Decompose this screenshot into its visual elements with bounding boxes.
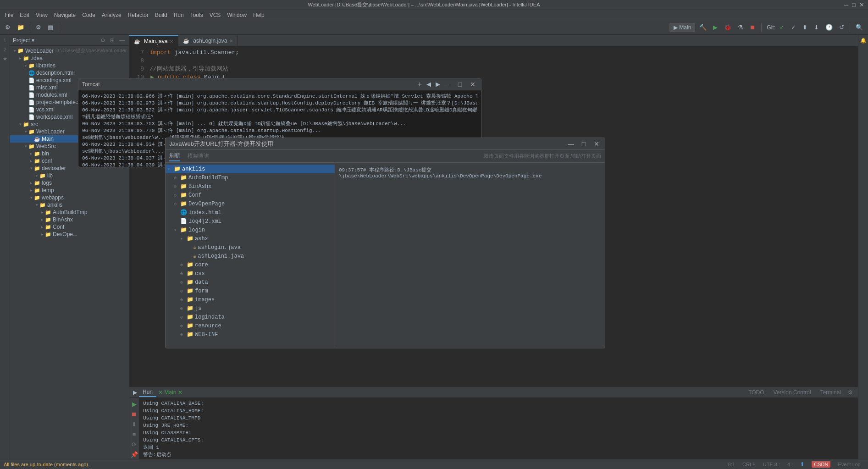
toolbar-coverage-button[interactable]: ⚗ — [735, 22, 746, 32]
window-controls[interactable]: ─ □ ✕ — [844, 1, 864, 8]
toolbar-settings-button[interactable]: ⚙ — [33, 22, 44, 32]
dialog-tab-refresh[interactable]: 刷新 — [169, 151, 180, 161]
toolbar-git-down[interactable]: ⬇ — [812, 22, 821, 32]
menu-view[interactable]: View — [33, 11, 50, 19]
dialog-restore-button[interactable]: □ — [579, 139, 588, 149]
dialog-tree-autobuildtmp[interactable]: ⊕ 📁 AutoBuildTmp — [166, 173, 335, 182]
dialog-tree-data[interactable]: ⊕ 📁 data — [166, 278, 335, 287]
panel-cog-button[interactable]: ⚙ — [99, 37, 107, 44]
toolbar-folder-button[interactable]: 📁 — [15, 22, 27, 32]
toolbar-back-button[interactable]: ⚙ — [3, 22, 13, 32]
dialog-tree-js[interactable]: ⊕ 📁 js — [166, 304, 335, 313]
menu-navigate[interactable]: Navigate — [51, 11, 78, 19]
menu-refactor[interactable]: Refactor — [125, 11, 151, 19]
run-wrap-button[interactable]: ⟳ — [130, 440, 138, 448]
run-content[interactable]: Using CATALINA_BASE: Using CATALINA_HOME… — [139, 398, 858, 469]
tomcat-minimize-button[interactable]: — — [442, 80, 452, 89]
tomcat-close-button[interactable]: ✕ — [468, 80, 477, 89]
dialog-tree-form[interactable]: ⊕ 📁 form — [166, 287, 335, 295]
dialog-tree-core[interactable]: ⊕ 📁 core — [166, 260, 335, 269]
menu-run[interactable]: Run — [171, 11, 187, 19]
dialog-tree-css[interactable]: ⊕ 📁 css — [166, 269, 335, 278]
toolbar-build-button[interactable]: 🔨 — [697, 22, 709, 32]
tree-item-webapps[interactable]: ▾ 📁 webapps — [10, 194, 129, 201]
menu-analyze[interactable]: Analyze — [99, 11, 124, 19]
dialog-tab-search[interactable]: 模糊查询 — [188, 151, 210, 161]
dialog-tree-binashx[interactable]: ⊕ 📁 BinAshx — [166, 182, 335, 191]
status-git-push[interactable]: ⬆ — [800, 461, 804, 467]
status-sdkn-icon[interactable]: CSDN — [812, 461, 830, 468]
run-config-selector[interactable]: ▶ Main — [669, 23, 695, 32]
bottom-tab-todo[interactable]: TODO — [745, 388, 768, 397]
menu-help[interactable]: Help — [250, 11, 267, 19]
dialog-tree-images[interactable]: ⊕ 📁 images — [166, 295, 335, 304]
tomcat-plus-button[interactable]: + — [415, 79, 424, 90]
tab-main-java[interactable]: ☕ Main.java ✕ — [129, 35, 178, 46]
dialog-tree-ashlogin1-java[interactable]: ☕ ashLogin1.java — [166, 252, 335, 260]
dialog-close-button[interactable]: ✕ — [592, 139, 601, 149]
tree-item-conf-dir[interactable]: ▸ 📁 Conf — [10, 223, 129, 231]
tab-close-ashlogin[interactable]: ✕ — [229, 39, 233, 44]
toolbar-git-check[interactable]: ✓ — [777, 22, 787, 32]
run-settings-button[interactable]: ⚙ — [846, 389, 854, 396]
dialog-tree-ankilis[interactable]: ▾ 📁 ankilis — [166, 165, 335, 173]
tree-item-description-html[interactable]: 🌐 description.html — [10, 69, 129, 77]
tree-item-ankilis[interactable]: ▾ 📁 ankilis — [10, 201, 129, 209]
toolbar-git-up[interactable]: ⬆ — [800, 22, 810, 32]
tab-ashlogin-java[interactable]: ☕ ashLogin.java ✕ — [178, 35, 238, 46]
dialog-tree-webinf[interactable]: ⊕ 📁 WEB-INF — [166, 330, 335, 339]
menu-tools[interactable]: Tools — [188, 11, 206, 19]
menu-vcs[interactable]: VCS — [207, 11, 224, 19]
run-rerun-button[interactable]: ▶ — [130, 400, 138, 408]
run-scroll-button[interactable]: ⬇ — [130, 420, 138, 428]
tree-item-binashx[interactable]: ▸ 📁 BinAshx — [10, 216, 129, 223]
menu-file[interactable]: File — [2, 11, 16, 19]
toolbar-run-button[interactable]: ▶ — [711, 22, 720, 32]
dialog-tree-ashx[interactable]: ▾ 📁 ashx — [166, 234, 335, 243]
close-icon[interactable]: ✕ — [859, 1, 864, 8]
tree-item-temp[interactable]: ▸ 📁 temp — [10, 187, 129, 194]
panel-layout-button[interactable]: ⊞ — [109, 37, 116, 44]
dialog-tree-resource[interactable]: ⊕ 📁 resource — [166, 321, 335, 330]
menu-edit[interactable]: Edit — [17, 11, 32, 19]
status-indent[interactable]: 4 : — [787, 462, 793, 467]
maximize-icon[interactable]: □ — [852, 1, 856, 8]
tree-item-idea[interactable]: ▸ 📁 .idea — [10, 55, 129, 62]
notifications-icon[interactable]: 🔔 — [860, 37, 867, 44]
dialog-tree-ashlogin-java[interactable]: ☕ ashLogin.java — [166, 243, 335, 252]
tree-item-autobuildtmp[interactable]: ▸ 📁 AutoBuildTmp — [10, 209, 129, 216]
tomcat-prev-button[interactable]: ◀ — [424, 79, 433, 89]
run-pin-button[interactable]: 📌 — [130, 450, 138, 458]
dialog-tree-login[interactable]: ▾ 📁 login — [166, 226, 335, 234]
minimize-icon[interactable]: ─ — [844, 1, 848, 8]
dialog-tree-logindata[interactable]: ⊕ 📁 logindata — [166, 313, 335, 321]
run-filter-button[interactable]: ≡ — [130, 430, 138, 438]
toolbar-search-button[interactable]: 🔍 — [853, 22, 865, 32]
toolbar-git-check2[interactable]: ✓ — [789, 22, 798, 32]
status-crlf[interactable]: CRLF — [742, 462, 756, 467]
bottom-tab-vc[interactable]: Version Control — [770, 388, 815, 397]
toolbar-git-rollback[interactable]: ↺ — [837, 22, 846, 32]
bottom-tab-run[interactable]: Run — [139, 388, 156, 397]
toolbar-debug-button[interactable]: 🐞 — [722, 22, 734, 32]
favorites-tool-button[interactable]: ★ — [1, 55, 9, 62]
run-stop-button[interactable]: ⏹ — [130, 410, 138, 418]
menu-window[interactable]: Window — [224, 11, 249, 19]
tree-item-root-webloader[interactable]: ▾ 📁 WebLoader D:\JBase提交\jbase\WebLoader — [10, 47, 129, 55]
tree-item-lib[interactable]: ▸ 📁 lib — [10, 172, 129, 179]
tree-item-devopenpage[interactable]: ▸ 📁 DevOpe... — [10, 231, 129, 238]
toolbar-stop-button[interactable]: ⏹ — [747, 22, 758, 32]
dialog-tree-index-html[interactable]: 🌐 index.html — [166, 208, 335, 217]
menu-code[interactable]: Code — [79, 11, 98, 19]
toolbar-git-history[interactable]: 🕐 — [823, 22, 835, 32]
panel-minimize-button[interactable]: — — [118, 37, 126, 44]
dialog-tree-devopenpage[interactable]: ⊕ 📁 DevOpenPage — [166, 199, 335, 208]
status-encoding[interactable]: UTF-8 : — [763, 462, 780, 467]
tomcat-next-button[interactable]: ▶ — [433, 79, 442, 89]
dialog-tree-conf[interactable]: ⊕ 📁 Conf — [166, 191, 335, 199]
dialog-minimize-button[interactable]: — — [566, 139, 575, 149]
project-tool-button[interactable]: 1 — [1, 37, 9, 44]
toolbar-layout-button[interactable]: ▦ — [45, 22, 55, 32]
status-position[interactable]: 8:1 — [728, 462, 735, 467]
bottom-tab-terminal[interactable]: Terminal — [817, 388, 845, 397]
